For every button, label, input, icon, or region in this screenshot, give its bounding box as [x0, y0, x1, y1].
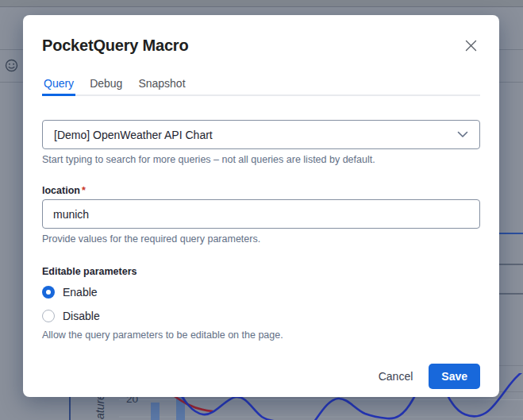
dialog-title: PocketQuery Macro: [42, 34, 188, 56]
pocketquery-macro-dialog: PocketQuery Macro Query Debug Snapshot […: [23, 15, 499, 397]
required-asterisk: *: [82, 185, 86, 196]
location-label-text: location: [42, 185, 80, 196]
location-label: location*: [42, 185, 480, 196]
dialog-header: PocketQuery Macro: [42, 34, 480, 56]
radio-enable[interactable]: Enable: [42, 283, 480, 301]
tab-debug[interactable]: Debug: [88, 75, 124, 96]
radio-disable[interactable]: Disable: [42, 307, 480, 325]
query-select-value: [Demo] OpenWeather API Chart: [54, 129, 213, 141]
query-select-helper: Start typing to search for more queries …: [42, 154, 480, 166]
save-button[interactable]: Save: [429, 364, 480, 389]
close-icon: [464, 39, 478, 52]
cancel-button[interactable]: Cancel: [369, 364, 423, 388]
radio-enable-label: Enable: [63, 286, 98, 299]
radio-enable-control[interactable]: [42, 286, 55, 299]
editable-parameters-label: Editable parameters: [42, 266, 480, 277]
tab-snapshot[interactable]: Snapshot: [137, 75, 187, 96]
smiley-icon: [5, 59, 18, 72]
chart-y-axis-label: ature: [94, 394, 106, 419]
dialog-actions: Cancel Save: [42, 364, 480, 389]
dialog-tabs: Query Debug Snapshot: [42, 75, 480, 96]
radio-disable-control[interactable]: [42, 310, 55, 322]
location-helper: Provide values for the required query pa…: [42, 233, 480, 245]
page-top-bar: [0, 0, 523, 7]
location-input[interactable]: [42, 199, 480, 229]
close-button[interactable]: [461, 36, 480, 55]
tab-query[interactable]: Query: [42, 75, 75, 96]
radio-disable-label: Disable: [63, 310, 100, 322]
chevron-down-icon: [457, 131, 468, 138]
query-select[interactable]: [Demo] OpenWeather API Chart: [42, 120, 480, 149]
editable-parameters-helper: Allow the query parameters to be editabl…: [42, 329, 480, 341]
